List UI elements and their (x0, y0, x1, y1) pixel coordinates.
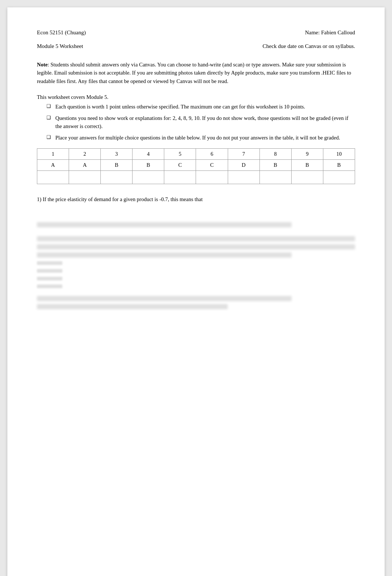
table-answer-row: A A B B C C D B B B (37, 160, 355, 171)
empty-9 (291, 171, 323, 184)
col-header-10: 10 (323, 149, 355, 160)
col-header-4: 4 (133, 149, 164, 160)
col-header-3: 3 (101, 149, 133, 160)
blurred-line-4 (37, 252, 292, 258)
blurred-opt-c (37, 277, 62, 280)
answer-7: D (228, 160, 259, 171)
answer-9: B (291, 160, 323, 171)
blurred-opt-d (37, 284, 62, 288)
empty-7 (228, 171, 259, 184)
answer-10: B (323, 160, 355, 171)
blurred-line-5 (37, 296, 292, 301)
note-bold: Note (37, 62, 48, 68)
covers-section: This worksheet covers Module 5. (37, 94, 355, 100)
bullet-item-1: Each question is worth 1 point unless ot… (48, 103, 355, 111)
question-1: 1) If the price elasticity of demand for… (37, 195, 355, 203)
course-label: Econ 52151 (Chuang) (37, 30, 86, 36)
col-header-1: 1 (37, 149, 69, 160)
blurred-line-6 (37, 304, 228, 309)
page: Econ 52151 (Chuang) Name: Fabien Calloud… (7, 7, 385, 576)
bullet-list: Each question is worth 1 point unless ot… (37, 103, 355, 142)
note-section: Note: Students should submit answers onl… (37, 61, 355, 85)
col-header-6: 6 (196, 149, 228, 160)
subheader-row: Module 5 Worksheet Check due date on Can… (37, 43, 355, 49)
empty-5 (164, 171, 196, 184)
empty-2 (69, 171, 101, 184)
col-header-8: 8 (259, 149, 291, 160)
blurred-line-2 (37, 236, 355, 241)
answer-4: B (133, 160, 164, 171)
answer-6: C (196, 160, 228, 171)
bullet-item-3: Place your answers for multiple choice q… (48, 134, 355, 142)
answer-table: 1 2 3 4 5 6 7 8 9 10 A A B B C C D B B B (37, 148, 355, 184)
answer-5: C (164, 160, 196, 171)
col-header-5: 5 (164, 149, 196, 160)
col-header-7: 7 (228, 149, 259, 160)
col-header-9: 9 (291, 149, 323, 160)
col-header-2: 2 (69, 149, 101, 160)
empty-8 (259, 171, 291, 184)
due-date: Check due date on Canvas or on syllabus. (262, 43, 355, 49)
blurred-opt-a (37, 261, 62, 265)
bullet-item-2: Questions you need to show work or expla… (48, 114, 355, 131)
empty-10 (323, 171, 355, 184)
answer-8: B (259, 160, 291, 171)
blurred-section (37, 222, 355, 309)
module-title: Module 5 Worksheet (37, 43, 83, 49)
table-header-row: 1 2 3 4 5 6 7 8 9 10 (37, 149, 355, 160)
answer-2: A (69, 160, 101, 171)
answer-1: A (37, 160, 69, 171)
empty-1 (37, 171, 69, 184)
name-label: Name: Fabien Calloud (305, 30, 355, 36)
table-empty-row (37, 171, 355, 184)
answer-3: B (101, 160, 133, 171)
header-row: Econ 52151 (Chuang) Name: Fabien Calloud (37, 30, 355, 36)
blurred-line-1 (37, 222, 292, 227)
empty-6 (196, 171, 228, 184)
note-text: : Students should submit answers only vi… (37, 62, 351, 84)
blurred-opt-b (37, 269, 62, 273)
blurred-line-3 (37, 244, 355, 249)
empty-3 (101, 171, 133, 184)
empty-4 (133, 171, 164, 184)
covers-text: This worksheet covers Module 5. (37, 94, 109, 100)
question-section: 1) If the price elasticity of demand for… (37, 195, 355, 203)
